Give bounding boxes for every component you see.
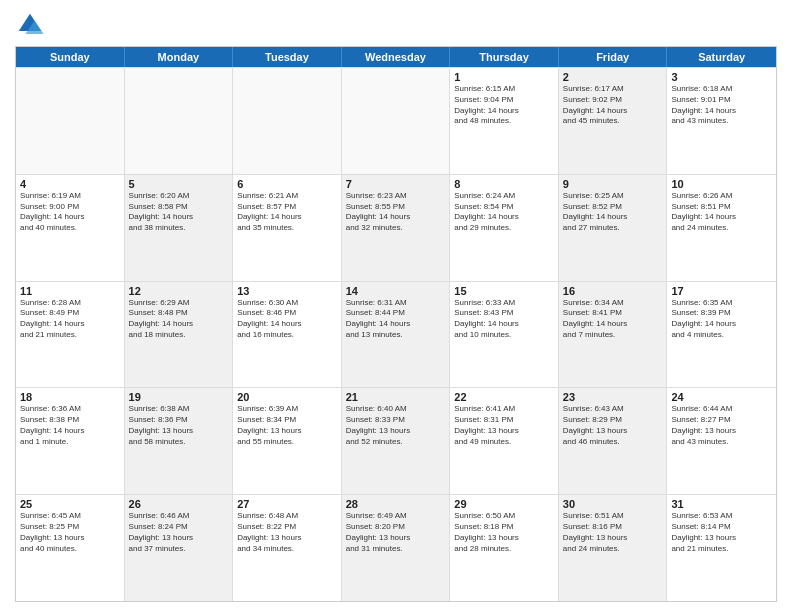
calendar-cell: 15Sunrise: 6:33 AM Sunset: 8:43 PM Dayli…: [450, 282, 559, 388]
calendar-cell: 13Sunrise: 6:30 AM Sunset: 8:46 PM Dayli…: [233, 282, 342, 388]
cell-info: Sunrise: 6:33 AM Sunset: 8:43 PM Dayligh…: [454, 298, 554, 341]
calendar-cell: 16Sunrise: 6:34 AM Sunset: 8:41 PM Dayli…: [559, 282, 668, 388]
calendar-cell: 9Sunrise: 6:25 AM Sunset: 8:52 PM Daylig…: [559, 175, 668, 281]
calendar-cell: 28Sunrise: 6:49 AM Sunset: 8:20 PM Dayli…: [342, 495, 451, 601]
day-number: 23: [563, 391, 663, 403]
calendar: SundayMondayTuesdayWednesdayThursdayFrid…: [15, 46, 777, 602]
day-number: 11: [20, 285, 120, 297]
cell-info: Sunrise: 6:48 AM Sunset: 8:22 PM Dayligh…: [237, 511, 337, 554]
cell-info: Sunrise: 6:20 AM Sunset: 8:58 PM Dayligh…: [129, 191, 229, 234]
day-number: 19: [129, 391, 229, 403]
day-number: 6: [237, 178, 337, 190]
weekday-header: Friday: [559, 47, 668, 67]
calendar-row: 18Sunrise: 6:36 AM Sunset: 8:38 PM Dayli…: [16, 387, 776, 494]
cell-info: Sunrise: 6:43 AM Sunset: 8:29 PM Dayligh…: [563, 404, 663, 447]
cell-info: Sunrise: 6:38 AM Sunset: 8:36 PM Dayligh…: [129, 404, 229, 447]
cell-info: Sunrise: 6:34 AM Sunset: 8:41 PM Dayligh…: [563, 298, 663, 341]
calendar-row: 25Sunrise: 6:45 AM Sunset: 8:25 PM Dayli…: [16, 494, 776, 601]
cell-info: Sunrise: 6:53 AM Sunset: 8:14 PM Dayligh…: [671, 511, 772, 554]
calendar-cell: 10Sunrise: 6:26 AM Sunset: 8:51 PM Dayli…: [667, 175, 776, 281]
day-number: 24: [671, 391, 772, 403]
cell-info: Sunrise: 6:50 AM Sunset: 8:18 PM Dayligh…: [454, 511, 554, 554]
calendar-cell: 7Sunrise: 6:23 AM Sunset: 8:55 PM Daylig…: [342, 175, 451, 281]
day-number: 1: [454, 71, 554, 83]
calendar-cell: 24Sunrise: 6:44 AM Sunset: 8:27 PM Dayli…: [667, 388, 776, 494]
day-number: 14: [346, 285, 446, 297]
calendar-cell: 12Sunrise: 6:29 AM Sunset: 8:48 PM Dayli…: [125, 282, 234, 388]
day-number: 9: [563, 178, 663, 190]
calendar-cell: 11Sunrise: 6:28 AM Sunset: 8:49 PM Dayli…: [16, 282, 125, 388]
cell-info: Sunrise: 6:36 AM Sunset: 8:38 PM Dayligh…: [20, 404, 120, 447]
weekday-header: Wednesday: [342, 47, 451, 67]
calendar-cell: 21Sunrise: 6:40 AM Sunset: 8:33 PM Dayli…: [342, 388, 451, 494]
cell-info: Sunrise: 6:24 AM Sunset: 8:54 PM Dayligh…: [454, 191, 554, 234]
calendar-row: 1Sunrise: 6:15 AM Sunset: 9:04 PM Daylig…: [16, 67, 776, 174]
calendar-cell: 31Sunrise: 6:53 AM Sunset: 8:14 PM Dayli…: [667, 495, 776, 601]
cell-info: Sunrise: 6:41 AM Sunset: 8:31 PM Dayligh…: [454, 404, 554, 447]
cell-info: Sunrise: 6:28 AM Sunset: 8:49 PM Dayligh…: [20, 298, 120, 341]
weekday-header: Thursday: [450, 47, 559, 67]
cell-info: Sunrise: 6:29 AM Sunset: 8:48 PM Dayligh…: [129, 298, 229, 341]
cell-info: Sunrise: 6:35 AM Sunset: 8:39 PM Dayligh…: [671, 298, 772, 341]
calendar-cell: [16, 68, 125, 174]
calendar-cell: 18Sunrise: 6:36 AM Sunset: 8:38 PM Dayli…: [16, 388, 125, 494]
cell-info: Sunrise: 6:19 AM Sunset: 9:00 PM Dayligh…: [20, 191, 120, 234]
calendar-cell: 27Sunrise: 6:48 AM Sunset: 8:22 PM Dayli…: [233, 495, 342, 601]
calendar-cell: [125, 68, 234, 174]
cell-info: Sunrise: 6:40 AM Sunset: 8:33 PM Dayligh…: [346, 404, 446, 447]
cell-info: Sunrise: 6:49 AM Sunset: 8:20 PM Dayligh…: [346, 511, 446, 554]
header: [15, 10, 777, 40]
calendar-cell: 22Sunrise: 6:41 AM Sunset: 8:31 PM Dayli…: [450, 388, 559, 494]
logo-icon: [15, 10, 45, 40]
cell-info: Sunrise: 6:45 AM Sunset: 8:25 PM Dayligh…: [20, 511, 120, 554]
day-number: 12: [129, 285, 229, 297]
calendar-cell: 19Sunrise: 6:38 AM Sunset: 8:36 PM Dayli…: [125, 388, 234, 494]
day-number: 8: [454, 178, 554, 190]
day-number: 29: [454, 498, 554, 510]
day-number: 28: [346, 498, 446, 510]
day-number: 7: [346, 178, 446, 190]
calendar-body: 1Sunrise: 6:15 AM Sunset: 9:04 PM Daylig…: [16, 67, 776, 601]
day-number: 18: [20, 391, 120, 403]
day-number: 4: [20, 178, 120, 190]
calendar-cell: 8Sunrise: 6:24 AM Sunset: 8:54 PM Daylig…: [450, 175, 559, 281]
calendar-row: 4Sunrise: 6:19 AM Sunset: 9:00 PM Daylig…: [16, 174, 776, 281]
calendar-header: SundayMondayTuesdayWednesdayThursdayFrid…: [16, 47, 776, 67]
weekday-header: Sunday: [16, 47, 125, 67]
calendar-cell: 25Sunrise: 6:45 AM Sunset: 8:25 PM Dayli…: [16, 495, 125, 601]
calendar-cell: 17Sunrise: 6:35 AM Sunset: 8:39 PM Dayli…: [667, 282, 776, 388]
cell-info: Sunrise: 6:23 AM Sunset: 8:55 PM Dayligh…: [346, 191, 446, 234]
calendar-cell: 29Sunrise: 6:50 AM Sunset: 8:18 PM Dayli…: [450, 495, 559, 601]
day-number: 17: [671, 285, 772, 297]
day-number: 16: [563, 285, 663, 297]
calendar-cell: [342, 68, 451, 174]
calendar-cell: 20Sunrise: 6:39 AM Sunset: 8:34 PM Dayli…: [233, 388, 342, 494]
day-number: 15: [454, 285, 554, 297]
day-number: 5: [129, 178, 229, 190]
cell-info: Sunrise: 6:25 AM Sunset: 8:52 PM Dayligh…: [563, 191, 663, 234]
day-number: 22: [454, 391, 554, 403]
cell-info: Sunrise: 6:44 AM Sunset: 8:27 PM Dayligh…: [671, 404, 772, 447]
cell-info: Sunrise: 6:17 AM Sunset: 9:02 PM Dayligh…: [563, 84, 663, 127]
weekday-header: Saturday: [667, 47, 776, 67]
day-number: 2: [563, 71, 663, 83]
calendar-cell: 4Sunrise: 6:19 AM Sunset: 9:00 PM Daylig…: [16, 175, 125, 281]
logo: [15, 10, 49, 40]
cell-info: Sunrise: 6:39 AM Sunset: 8:34 PM Dayligh…: [237, 404, 337, 447]
day-number: 3: [671, 71, 772, 83]
cell-info: Sunrise: 6:15 AM Sunset: 9:04 PM Dayligh…: [454, 84, 554, 127]
calendar-cell: 3Sunrise: 6:18 AM Sunset: 9:01 PM Daylig…: [667, 68, 776, 174]
calendar-cell: 23Sunrise: 6:43 AM Sunset: 8:29 PM Dayli…: [559, 388, 668, 494]
cell-info: Sunrise: 6:30 AM Sunset: 8:46 PM Dayligh…: [237, 298, 337, 341]
calendar-cell: 26Sunrise: 6:46 AM Sunset: 8:24 PM Dayli…: [125, 495, 234, 601]
day-number: 30: [563, 498, 663, 510]
cell-info: Sunrise: 6:46 AM Sunset: 8:24 PM Dayligh…: [129, 511, 229, 554]
day-number: 31: [671, 498, 772, 510]
page: SundayMondayTuesdayWednesdayThursdayFrid…: [0, 0, 792, 612]
weekday-header: Tuesday: [233, 47, 342, 67]
weekday-header: Monday: [125, 47, 234, 67]
calendar-cell: 6Sunrise: 6:21 AM Sunset: 8:57 PM Daylig…: [233, 175, 342, 281]
day-number: 13: [237, 285, 337, 297]
calendar-cell: [233, 68, 342, 174]
cell-info: Sunrise: 6:51 AM Sunset: 8:16 PM Dayligh…: [563, 511, 663, 554]
